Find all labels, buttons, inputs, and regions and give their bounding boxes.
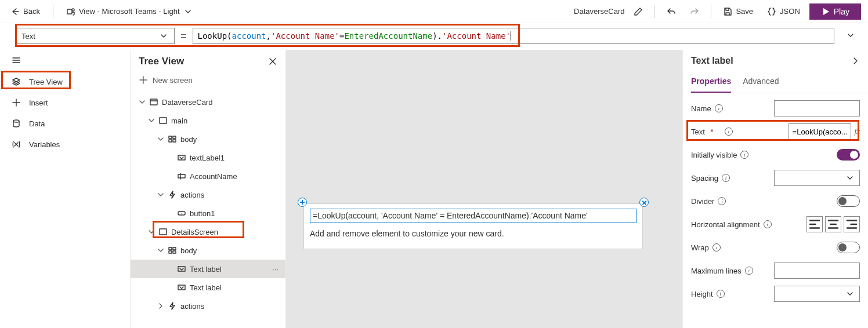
button-icon (176, 209, 187, 218)
chevron-down-icon[interactable] (146, 227, 157, 236)
info-icon[interactable]: i (745, 267, 753, 275)
visible-toggle[interactable] (837, 149, 860, 161)
text-input-icon (176, 172, 187, 181)
tree-node-accountname[interactable]: AccountName (131, 167, 285, 185)
info-icon[interactable]: i (740, 151, 748, 159)
tree-node-body2[interactable]: body (131, 241, 285, 260)
tree-node-actions2[interactable]: actions (131, 297, 285, 315)
formula-expand-button[interactable] (840, 28, 861, 44)
info-icon[interactable]: i (722, 174, 730, 182)
teams-icon (66, 7, 75, 16)
chevron-right-icon[interactable] (851, 56, 860, 65)
formula-token: = (339, 31, 344, 41)
tree-node-main[interactable]: main (131, 111, 285, 130)
tab-advanced[interactable]: Advanced (743, 72, 779, 93)
maxlines-input[interactable] (774, 263, 860, 279)
formula-bar-input[interactable]: LookUp(account, 'Account Name' = Entered… (193, 28, 834, 44)
nav-tree-view[interactable]: Tree View (0, 71, 130, 92)
undo-button[interactable] (662, 5, 681, 19)
tree-node-actions[interactable]: actions (131, 185, 285, 204)
text-cursor (511, 31, 511, 41)
prop-row-halign: Horizontal alignmenti (691, 213, 860, 236)
view-selector[interactable]: View - Microsoft Teams - Light (63, 5, 196, 19)
selected-text-label[interactable]: =LookUp(account, 'Account Name' = Entere… (310, 209, 636, 223)
properties-panel: Text label Properties Advanced Namei Tex… (682, 50, 868, 328)
fx-button[interactable]: fx (855, 127, 860, 136)
json-button[interactable]: JSON (762, 5, 805, 19)
close-icon[interactable] (268, 57, 277, 66)
chevron-down-icon[interactable] (155, 134, 167, 144)
info-icon[interactable]: i (764, 220, 772, 228)
tree-node-root[interactable]: DataverseCard (131, 93, 285, 111)
card-preview[interactable]: =LookUp(account, 'Account Name' = Entere… (303, 203, 643, 249)
tree-node-label: main (169, 116, 187, 125)
tree-view-panel: Tree View New screen DataverseCard main … (131, 50, 286, 328)
tree-node-label: AccountName (187, 172, 237, 181)
move-handle-icon[interactable] (298, 198, 307, 207)
chevron-right-icon[interactable] (155, 301, 167, 311)
nav-insert[interactable]: Insert (0, 92, 130, 113)
tree-node-textlabel1[interactable]: textLabel1 (131, 148, 285, 167)
text-label-icon (176, 264, 187, 274)
tab-properties[interactable]: Properties (691, 72, 731, 93)
formula-token: account (232, 31, 266, 41)
info-icon[interactable]: i (715, 104, 723, 112)
chevron-down-icon (845, 289, 855, 298)
more-icon[interactable]: ··· (272, 265, 279, 274)
prop-label-text: Divider (691, 197, 714, 206)
new-screen-button[interactable]: New screen (131, 70, 285, 93)
redo-button[interactable] (685, 5, 704, 19)
chevron-down-icon[interactable] (146, 116, 157, 125)
edit-name-button[interactable] (629, 5, 648, 19)
tree-node-body[interactable]: body (131, 130, 285, 148)
chevron-down-icon[interactable] (136, 97, 148, 107)
property-selector-value: Text (21, 32, 35, 41)
nav-collapse-button[interactable] (0, 51, 130, 71)
svg-rect-5 (178, 155, 185, 160)
back-label: Back (23, 7, 40, 16)
container-icon (167, 246, 178, 255)
info-icon[interactable]: i (717, 290, 725, 298)
pencil-icon (634, 7, 643, 16)
card-icon (148, 97, 160, 107)
app-name-text: DataverseCard (574, 7, 624, 16)
tree-node-button1[interactable]: button1 (131, 204, 285, 223)
tree-node-label: actions (178, 302, 204, 311)
align-center-button[interactable] (825, 216, 841, 232)
tree-node-text-label-2[interactable]: Text label (131, 278, 285, 297)
svg-rect-6 (178, 174, 185, 178)
tree-node-label: body (178, 246, 197, 255)
spacing-select[interactable] (774, 170, 860, 186)
nav-variables[interactable]: Variables (0, 134, 130, 155)
tree-node-label: Text label (187, 283, 222, 292)
info-icon[interactable]: i (725, 127, 733, 136)
layers-icon (12, 77, 21, 86)
name-input[interactable] (774, 100, 860, 116)
tree-node-detailsscreen[interactable]: DetailsScreen (131, 223, 285, 241)
divider-toggle[interactable] (837, 195, 860, 207)
align-right-button[interactable] (844, 216, 860, 232)
nav-data[interactable]: Data (0, 113, 130, 134)
left-nav: Tree View Insert Data Variables (0, 50, 131, 328)
chevron-down-icon (845, 173, 855, 183)
prop-label-text: Initially visible (691, 151, 737, 159)
height-select[interactable] (774, 286, 860, 302)
tree-node-label: Text label (187, 265, 222, 274)
tree-node-text-label-selected[interactable]: Text label ··· (131, 260, 285, 278)
wrap-toggle[interactable] (837, 242, 860, 253)
play-button[interactable]: Play (809, 3, 861, 20)
save-button[interactable]: Save (718, 5, 758, 19)
svg-point-2 (13, 120, 19, 122)
design-canvas[interactable]: =LookUp(account, 'Account Name' = Entere… (286, 50, 682, 328)
info-icon[interactable]: i (713, 243, 721, 252)
info-icon[interactable]: i (718, 197, 726, 205)
back-button[interactable]: Back (7, 5, 44, 19)
nav-item-label: Data (29, 119, 45, 128)
delete-handle-icon[interactable] (639, 198, 649, 207)
chevron-down-icon[interactable] (155, 246, 167, 255)
chevron-down-icon[interactable] (155, 190, 167, 199)
svg-rect-10 (178, 285, 185, 290)
align-left-button[interactable] (806, 216, 823, 232)
text-input[interactable] (789, 123, 851, 140)
property-selector[interactable]: Text (15, 28, 175, 44)
